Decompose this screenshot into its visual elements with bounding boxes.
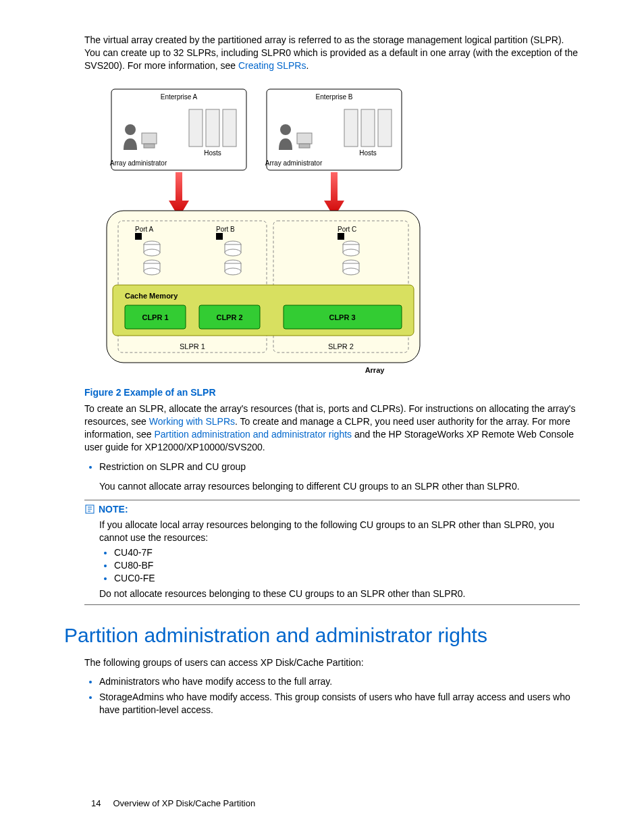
label-hosts-b: Hosts bbox=[359, 149, 377, 157]
note-icon bbox=[84, 504, 95, 515]
link-working-with-slprs[interactable]: Working with SLPRs bbox=[149, 416, 235, 427]
page-number: 14 bbox=[91, 798, 101, 810]
svg-rect-12 bbox=[361, 109, 375, 147]
link-creating-slprs[interactable]: Creating SLPRs bbox=[238, 60, 306, 71]
label-hosts-a: Hosts bbox=[204, 149, 221, 157]
svg-rect-11 bbox=[344, 109, 358, 147]
note-block: NOTE: If you allocate local array resour… bbox=[84, 500, 580, 605]
section-bullets: Administrators who have modify access to… bbox=[84, 675, 580, 716]
svg-rect-6 bbox=[223, 109, 236, 147]
svg-point-37 bbox=[343, 268, 359, 275]
label-array: Array bbox=[365, 366, 385, 374]
label-clpr1: CLPR 1 bbox=[142, 313, 168, 321]
svg-point-25 bbox=[144, 268, 160, 275]
svg-rect-13 bbox=[378, 109, 392, 147]
svg-rect-19 bbox=[338, 233, 344, 240]
intro-text-b: . bbox=[306, 60, 308, 71]
footer-title: Overview of XP Disk/Cache Partition bbox=[113, 798, 255, 810]
svg-rect-9 bbox=[297, 133, 312, 144]
svg-point-28 bbox=[225, 249, 241, 256]
label-port-b: Port B bbox=[216, 226, 235, 233]
figure-caption: Figure 2 Example of an SLPR bbox=[84, 386, 580, 399]
link-partition-admin[interactable]: Partition administration and administrat… bbox=[155, 429, 352, 440]
label-port-c: Port C bbox=[338, 226, 356, 233]
svg-point-22 bbox=[144, 249, 160, 256]
note-item-1: CU80-BF bbox=[114, 559, 580, 572]
label-admin-b: Array administrator bbox=[265, 159, 323, 167]
svg-rect-4 bbox=[189, 109, 203, 147]
label-admin-a: Array administrator bbox=[110, 159, 167, 167]
label-slpr2: SLPR 2 bbox=[328, 342, 354, 350]
label-port-a: Port A bbox=[135, 226, 154, 233]
label-enterprise-a: Enterprise A bbox=[161, 93, 198, 101]
label-clpr2: CLPR 2 bbox=[216, 313, 242, 321]
label-enterprise-b: Enterprise B bbox=[315, 93, 352, 101]
note-item-2: CUC0-FE bbox=[114, 572, 580, 585]
section-bullet-0: Administrators who have modify access to… bbox=[99, 675, 580, 688]
note-items: CU40-7F CU80-BF CUC0-FE bbox=[99, 546, 580, 585]
svg-rect-17 bbox=[135, 233, 142, 240]
section-title: Partition administration and administrat… bbox=[64, 622, 580, 650]
note-intro: If you allocate local array resources be… bbox=[99, 519, 580, 544]
label-clpr3: CLPR 3 bbox=[329, 313, 355, 321]
section-bullet-1: StorageAdmins who have modify access. Th… bbox=[99, 691, 580, 716]
restriction-sub: You cannot allocate array resources belo… bbox=[99, 480, 580, 493]
intro-paragraph: The virtual array created by the partiti… bbox=[84, 34, 580, 72]
create-slpr-paragraph: To create an SLPR, allocate the array's … bbox=[84, 402, 580, 454]
restriction-list: Restriction on SLPR and CU group bbox=[84, 461, 580, 473]
svg-rect-3 bbox=[144, 144, 155, 148]
svg-rect-2 bbox=[142, 133, 157, 144]
page-footer: 14 Overview of XP Disk/Cache Partition bbox=[64, 798, 580, 810]
intro-text-a: The virtual array created by the partiti… bbox=[84, 34, 578, 71]
svg-point-31 bbox=[225, 268, 241, 275]
note-outro: Do not allocate resources belonging to t… bbox=[99, 588, 580, 600]
svg-rect-10 bbox=[299, 144, 310, 148]
label-slpr1: SLPR 1 bbox=[180, 342, 205, 350]
svg-point-8 bbox=[280, 124, 291, 135]
svg-rect-18 bbox=[216, 233, 223, 240]
figure-diagram: Enterprise A Array administrator Hosts E… bbox=[105, 86, 580, 380]
note-item-0: CU40-7F bbox=[114, 546, 580, 559]
note-label: NOTE: bbox=[99, 503, 128, 516]
section-intro: The following groups of users can access… bbox=[84, 656, 580, 669]
label-cache: Cache Memory bbox=[125, 292, 178, 300]
svg-point-1 bbox=[125, 124, 136, 135]
restriction-item: Restriction on SLPR and CU group bbox=[99, 461, 580, 473]
svg-point-34 bbox=[343, 249, 359, 256]
svg-rect-5 bbox=[206, 109, 219, 147]
